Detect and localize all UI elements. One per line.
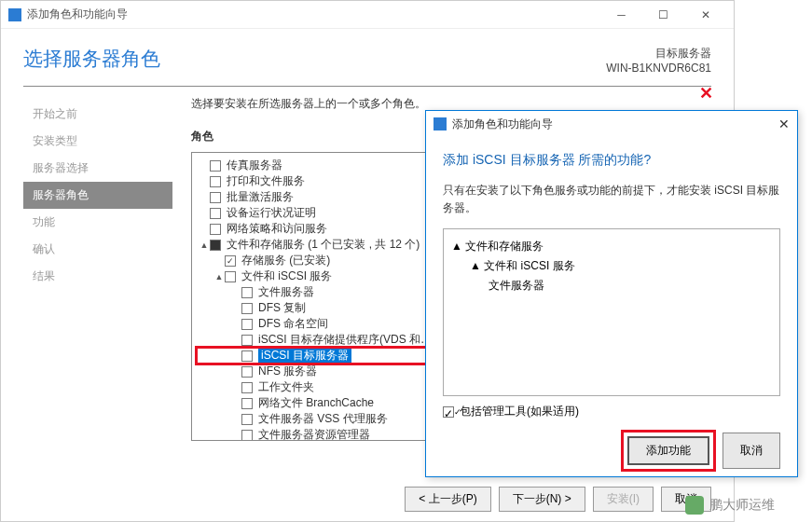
tree-label: 文件和存储服务 (1 个已安装 , 共 12 个): [227, 237, 420, 253]
checkbox[interactable]: [241, 366, 253, 378]
tree-label: 工作文件夹: [258, 379, 314, 395]
watermark: 鹏大师运维: [685, 496, 775, 515]
sidebar-item[interactable]: 功能: [23, 209, 172, 236]
expand-arrow-icon[interactable]: ▲: [213, 272, 225, 282]
include-tools-label: 包括管理工具(如果适用): [460, 404, 579, 419]
checkbox[interactable]: [241, 398, 253, 409]
dialog-title-text: 添加角色和功能向导: [452, 117, 553, 132]
tree-label: 打印和文件服务: [227, 173, 305, 189]
wechat-icon: [685, 496, 704, 515]
dialog-question: 添加 iSCSI 目标服务器 所需的功能?: [443, 152, 780, 169]
dialog-titlebar: 添加角色和功能向导 ✕: [426, 111, 797, 137]
checkbox[interactable]: [210, 224, 221, 235]
dependency-dialog: 添加角色和功能向导 ✕ 添加 iSCSI 目标服务器 所需的功能? 只有在安装了…: [425, 110, 798, 477]
dialog-body: 添加 iSCSI 目标服务器 所需的功能? 只有在安装了以下角色服务或功能的前提…: [426, 137, 797, 476]
checkbox[interactable]: [210, 208, 221, 219]
titlebar: 添加角色和功能向导 ─ ☐ ✕: [1, 1, 734, 29]
minimize-button[interactable]: ─: [600, 1, 642, 28]
expand-arrow-icon[interactable]: ▲: [199, 240, 210, 250]
watermark-text: 鹏大师运维: [709, 497, 775, 514]
tree-label: 网络策略和访问服务: [227, 221, 327, 237]
dialog-icon: [434, 117, 447, 130]
checkbox[interactable]: [225, 255, 236, 267]
install-button[interactable]: 安装(I): [593, 487, 654, 512]
next-button[interactable]: 下一步(N) >: [499, 487, 585, 512]
tree-label: 传真服务器: [227, 158, 282, 173]
dialog-tree-row: ▲ 文件和存储服务: [451, 237, 772, 256]
window-controls: ─ ☐ ✕: [600, 1, 726, 28]
tree-label: DFS 命名空间: [258, 316, 328, 332]
sidebar-item[interactable]: 开始之前: [23, 101, 172, 128]
tree-label: DFS 复制: [258, 300, 306, 316]
checkbox[interactable]: [241, 430, 253, 441]
checkbox[interactable]: [241, 414, 253, 425]
tree-label: 文件服务器资源管理器: [258, 427, 370, 441]
add-features-button[interactable]: 添加功能: [627, 436, 709, 465]
tree-label: 文件和 iSCSI 服务: [241, 268, 332, 284]
dialog-buttons: 添加功能 取消: [443, 433, 780, 469]
dialog-close-button[interactable]: ✕: [778, 117, 790, 131]
checkbox[interactable]: [241, 382, 253, 393]
tree-label: iSCSI 目标服务器: [258, 348, 351, 364]
checkbox[interactable]: [241, 287, 253, 298]
tree-label: 文件服务器 VSS 代理服务: [258, 411, 388, 427]
target-value: WIN-B1KNVDR6C81: [606, 62, 711, 75]
sidebar-item[interactable]: 安装类型: [23, 128, 172, 155]
checkbox[interactable]: [241, 319, 253, 330]
target-label: 目标服务器: [606, 46, 711, 62]
checkbox[interactable]: [241, 303, 253, 314]
checkbox[interactable]: [210, 240, 221, 251]
footer: < 上一步(P) 下一步(N) > 安装(I) 取消: [405, 487, 711, 512]
include-tools-row[interactable]: ✓ 包括管理工具(如果适用): [443, 404, 780, 419]
dialog-cancel-button[interactable]: 取消: [723, 433, 780, 469]
dialog-tree: ▲ 文件和存储服务▲ 文件和 iSCSI 服务文件服务器: [443, 228, 780, 396]
checkbox[interactable]: [210, 160, 221, 172]
error-icon[interactable]: ✕: [699, 83, 713, 103]
sidebar-item[interactable]: 服务器选择: [23, 155, 172, 182]
dialog-description: 只有在安装了以下角色服务或功能的前提下，才能安装 iSCSI 目标服务器。: [443, 182, 780, 217]
sidebar-item[interactable]: 服务器角色: [23, 182, 172, 209]
tree-label: 网络文件 BranchCache: [258, 395, 374, 411]
tree-label: NFS 服务器: [258, 364, 317, 379]
tree-label: 文件服务器: [258, 284, 314, 300]
checkbox[interactable]: [210, 176, 221, 187]
header: 选择服务器角色 目标服务器 WIN-B1KNVDR6C81: [1, 29, 734, 82]
target-server-info: 目标服务器 WIN-B1KNVDR6C81: [606, 46, 711, 75]
dialog-tree-row: ▲ 文件和 iSCSI 服务: [451, 256, 772, 276]
sidebar-item[interactable]: 结果: [23, 263, 172, 290]
prev-button[interactable]: < 上一步(P): [405, 487, 490, 512]
add-button-highlight: 添加功能: [624, 433, 713, 469]
tree-label: 设备运行状况证明: [227, 205, 316, 221]
sidebar-item[interactable]: 确认: [23, 236, 172, 263]
checkbox[interactable]: [241, 350, 253, 362]
tree-label: iSCSI 目标存储提供程序(VDS 和…: [258, 332, 432, 348]
dialog-tree-row: 文件服务器: [451, 276, 772, 295]
page-title: 选择服务器角色: [23, 46, 606, 72]
sidebar: 开始之前安装类型服务器选择服务器角色功能确认结果: [23, 96, 172, 441]
checkbox[interactable]: [241, 335, 253, 346]
tree-label: 存储服务 (已安装): [241, 253, 330, 268]
window-title: 添加角色和功能向导: [27, 7, 600, 22]
app-icon: [8, 8, 21, 21]
checkbox[interactable]: [210, 192, 221, 203]
tree-label: 批量激活服务: [227, 189, 294, 205]
close-button[interactable]: ✕: [684, 1, 726, 28]
include-tools-checkbox[interactable]: ✓: [443, 406, 454, 418]
checkbox[interactable]: [225, 271, 236, 282]
maximize-button[interactable]: ☐: [642, 1, 684, 28]
